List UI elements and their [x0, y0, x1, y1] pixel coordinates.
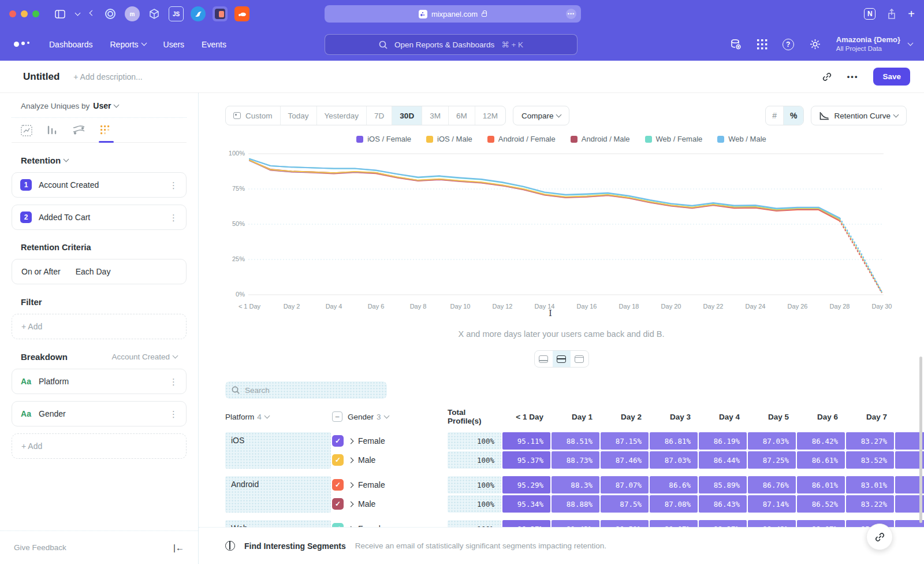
day-column-header[interactable]: Day 2	[601, 413, 649, 421]
range-custom[interactable]: Custom	[226, 106, 281, 125]
percent-mode-button[interactable]: %	[784, 106, 803, 125]
retention-value-cell[interactable]: 87.25%	[748, 451, 796, 469]
retention-criteria-selector[interactable]: On or After Each Day	[12, 259, 187, 284]
retention-value-cell[interactable]: 87.07%	[601, 476, 649, 494]
extension-cube-icon[interactable]	[147, 6, 162, 21]
legend-item[interactable]: Web / Male	[717, 135, 766, 143]
expand-row-icon[interactable]	[348, 457, 354, 463]
help-icon[interactable]: ?	[783, 39, 794, 50]
extension-soundcloud-icon[interactable]	[234, 6, 249, 21]
gender-checkbox[interactable]: ✓	[332, 479, 344, 491]
legend-item[interactable]: Android / Female	[487, 135, 556, 143]
legend-item[interactable]: Android / Male	[571, 135, 630, 143]
vertical-scrollbar-thumb[interactable]	[919, 357, 922, 523]
extension-js-icon[interactable]: JS	[169, 6, 184, 21]
retention-value-cell[interactable]: 95.11%	[502, 432, 550, 450]
range-yesterday[interactable]: Yesterday	[317, 106, 367, 125]
retention-step-2[interactable]: 2 Added To Cart ⋮	[12, 205, 187, 230]
tab-retention[interactable]	[100, 125, 111, 142]
layout-split-button[interactable]	[553, 351, 571, 367]
layout-chart-focus-button[interactable]	[535, 351, 553, 367]
add-description-field[interactable]: + Add description...	[73, 72, 142, 81]
segments-title[interactable]: Find Interesting Segments	[244, 541, 346, 551]
retention-value-cell[interactable]: 95.37%	[502, 451, 550, 469]
retention-value-cell[interactable]: 86.01%	[797, 476, 845, 494]
retention-value-cell[interactable]: 83.01%	[846, 476, 894, 494]
expand-row-icon[interactable]	[348, 438, 354, 444]
retention-value-cell[interactable]: 86.43%	[699, 495, 747, 513]
retention-value-cell[interactable]: 87.08%	[650, 495, 698, 513]
notion-icon[interactable]: N	[864, 8, 875, 20]
tab-flows[interactable]	[73, 125, 85, 142]
legend-item[interactable]: iOS / Female	[356, 135, 411, 143]
day-column-header[interactable]: Day 1	[552, 413, 599, 421]
platform-column-header[interactable]: Platform4	[225, 413, 331, 421]
breakdown-scope-dropdown[interactable]: Account Created	[111, 352, 177, 361]
absolute-mode-button[interactable]: #	[766, 106, 784, 125]
retention-value-cell[interactable]: 86.19%	[699, 432, 747, 450]
retention-section-header[interactable]: Retention	[21, 155, 177, 165]
tab-funnels[interactable]	[47, 125, 58, 142]
retention-value-cell[interactable]: 86.6%	[650, 476, 698, 494]
day-column-header[interactable]: < 1 Day	[502, 413, 550, 421]
retention-value-cell[interactable]: 88.51%	[552, 432, 599, 450]
nav-item-events[interactable]: Events	[202, 40, 226, 49]
retention-value-cell[interactable]: 95.34%	[502, 495, 550, 513]
extension-reader-icon[interactable]	[213, 6, 228, 21]
breakdown-gender[interactable]: Aa Gender ⋮	[12, 401, 187, 426]
chart-type-dropdown[interactable]: Retention Curve	[811, 106, 907, 125]
expand-row-icon[interactable]	[348, 501, 354, 507]
share-link-fab[interactable]	[866, 524, 893, 550]
settings-gear-icon[interactable]	[809, 38, 821, 50]
retention-value-cell[interactable]: 88.3%	[552, 476, 599, 494]
range-12m[interactable]: 12M	[475, 106, 505, 125]
global-search[interactable]: Open Reports & Dashboards ⌘ + K	[325, 34, 578, 55]
gender-column-header[interactable]: – Gender3	[332, 411, 446, 422]
legend-item[interactable]: Web / Female	[645, 135, 703, 143]
org-switcher[interactable]: Amazonia {Demo}All Project Data	[836, 35, 912, 53]
extension-target-icon[interactable]	[103, 6, 118, 21]
retention-value-cell[interactable]: 87.5%	[601, 495, 649, 513]
step-options-icon[interactable]: ⋮	[169, 213, 178, 222]
range-today[interactable]: Today	[281, 106, 317, 125]
select-all-checkbox[interactable]: –	[332, 411, 342, 422]
more-options-icon[interactable]: •••	[847, 72, 859, 81]
retention-value-cell[interactable]: 95.29%	[502, 476, 550, 494]
collapse-sidebar-icon[interactable]: |←	[173, 543, 184, 552]
legend-item[interactable]: iOS / Male	[426, 135, 472, 143]
day-column-header[interactable]: Day 3	[650, 413, 698, 421]
report-title[interactable]: Untitled	[23, 71, 59, 83]
extension-m-icon[interactable]: m	[125, 6, 140, 21]
url-more-icon[interactable]: •••	[566, 9, 576, 19]
retention-value-cell[interactable]: 85.89%	[699, 476, 747, 494]
range-7d[interactable]: 7D	[367, 106, 392, 125]
gender-checkbox[interactable]: ✓	[332, 498, 344, 510]
day-column-header[interactable]: Day 7	[846, 413, 894, 421]
range-30d[interactable]: 30D	[392, 106, 422, 125]
new-tab-icon[interactable]: +	[908, 8, 915, 20]
maximize-window-button[interactable]	[32, 10, 39, 17]
give-feedback-link[interactable]: Give Feedback	[14, 543, 66, 552]
breakdown-options-icon[interactable]: ⋮	[169, 410, 178, 418]
compare-button[interactable]: Compare	[513, 106, 570, 125]
range-6m[interactable]: 6M	[449, 106, 475, 125]
save-button[interactable]: Save	[873, 68, 910, 86]
url-bar[interactable]: mixpanel.com •••	[325, 5, 581, 23]
gender-checkbox[interactable]: ✓	[332, 435, 344, 447]
retention-value-cell[interactable]: 86.61%	[797, 451, 845, 469]
retention-value-cell[interactable]: 83.22%	[846, 495, 894, 513]
total-column-header[interactable]: Total Profile(s)	[448, 408, 501, 425]
retention-value-cell[interactable]: 87.14%	[748, 495, 796, 513]
mixpanel-logo-icon[interactable]	[14, 42, 29, 47]
apps-grid-icon[interactable]	[757, 39, 767, 50]
data-management-icon[interactable]	[729, 38, 742, 51]
nav-item-users[interactable]: Users	[163, 40, 185, 49]
retention-value-cell[interactable]: 86.52%	[797, 495, 845, 513]
day-column-header[interactable]: Day 6	[797, 413, 845, 421]
criteria-mode[interactable]: On or After	[21, 267, 61, 276]
criteria-interval[interactable]: Each Day	[76, 267, 111, 276]
nav-item-dashboards[interactable]: Dashboards	[49, 40, 93, 49]
back-icon[interactable]	[90, 12, 94, 16]
retention-value-cell[interactable]: 87.03%	[650, 451, 698, 469]
retention-value-cell[interactable]: 87.46%	[601, 451, 649, 469]
